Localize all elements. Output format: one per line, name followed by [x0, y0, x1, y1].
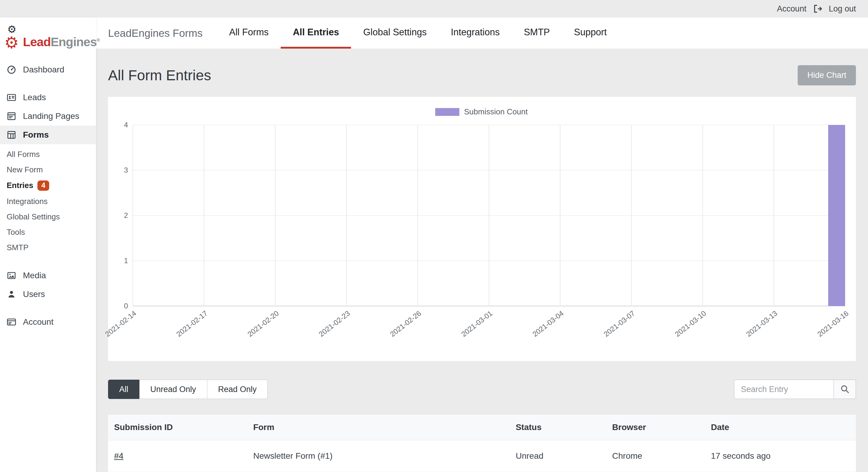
logo-text: LeadEngines®	[23, 36, 100, 51]
submenu-item-label: New Form	[7, 165, 43, 175]
landing-pages-icon	[7, 112, 16, 121]
x-tick-label: 2021-03-16	[816, 309, 850, 339]
submenu-item-entries[interactable]: Entries4	[0, 178, 96, 194]
filter-unread-only-button[interactable]: Unread Only	[140, 380, 207, 399]
main-area: LeadEngines Forms All FormsAll EntriesGl…	[96, 18, 868, 472]
filter-row: AllUnread OnlyRead Only	[108, 380, 856, 399]
submenu-item-label: SMTP	[7, 243, 28, 252]
filter-all-button[interactable]: All	[108, 380, 140, 399]
column-header-form: Form	[247, 415, 510, 440]
sidebar-item-forms[interactable]: Forms	[0, 126, 96, 144]
submenu-item-tools[interactable]: Tools	[0, 224, 96, 240]
submenu-item-smtp[interactable]: SMTP	[0, 240, 96, 255]
y-tick-label: 0	[124, 302, 128, 310]
entries-table: Submission IDFormStatusBrowserDate #4New…	[108, 415, 856, 472]
x-tick-label: 2021-03-04	[531, 309, 565, 339]
column-header-status: Status	[510, 415, 606, 440]
submissions-chart-card: Submission Count 012342021-02-142021-02-…	[108, 97, 856, 361]
sidebar-item-label: Forms	[23, 130, 49, 140]
submenu-item-integrations[interactable]: Integrations	[0, 194, 96, 209]
sidebar-item-leads[interactable]: Leads	[0, 88, 96, 107]
sidebar-item-landing-pages[interactable]: Landing Pages	[0, 107, 96, 126]
v-gridline	[132, 125, 133, 306]
legend-label: Submission Count	[464, 107, 528, 117]
submenu-item-all-forms[interactable]: All Forms	[0, 147, 96, 162]
search-icon	[840, 384, 850, 395]
submission-bar	[828, 125, 845, 306]
submenu-item-new-form[interactable]: New Form	[0, 162, 96, 178]
v-gridline	[774, 125, 774, 306]
sidebar: ⚙ ⚙ LeadEngines® DashboardLeadsLanding P…	[0, 18, 96, 472]
sidebar-item-dashboard[interactable]: Dashboard	[0, 60, 96, 79]
y-tick-label: 4	[124, 121, 128, 129]
logout-link[interactable]: Log out	[829, 4, 856, 13]
users-icon	[7, 289, 16, 299]
tab-label: SMTP	[524, 27, 550, 38]
x-tick-label: 2021-03-13	[745, 309, 779, 339]
logout-icon[interactable]	[812, 4, 823, 14]
entry-filter-group: AllUnread OnlyRead Only	[108, 380, 268, 399]
tab-all-entries[interactable]: All Entries	[281, 18, 351, 49]
tab-global-settings[interactable]: Global Settings	[351, 18, 438, 49]
tab-label: Global Settings	[363, 27, 427, 38]
navbar-title: LeadEngines Forms	[108, 27, 203, 39]
v-gridline	[631, 125, 632, 306]
v-gridline	[489, 125, 489, 306]
sidebar-item-label: Media	[23, 271, 46, 280]
y-tick-label: 1	[124, 256, 128, 265]
admin-topbar: Account Log out	[0, 0, 868, 18]
tab-integrations[interactable]: Integrations	[439, 18, 512, 49]
hide-chart-button[interactable]: Hide Chart	[798, 65, 856, 86]
sidebar-item-label: Account	[23, 317, 54, 327]
tab-label: Integrations	[451, 27, 500, 38]
v-gridline	[204, 125, 204, 306]
leadengines-logo: ⚙ ⚙ LeadEngines®	[0, 18, 96, 60]
table-row: #4Newsletter Form (#1)UnreadChrome17 sec…	[108, 440, 856, 472]
tab-smtp[interactable]: SMTP	[512, 18, 562, 49]
sidebar-item-label: Landing Pages	[23, 112, 80, 121]
date-cell: 17 seconds ago	[705, 440, 856, 472]
sidebar-item-account[interactable]: Account	[0, 313, 96, 332]
submenu-item-label: Entries	[7, 181, 33, 190]
sidebar-nav: DashboardLeadsLanding PagesFormsAll Form…	[0, 60, 96, 332]
entries-table-card: Submission IDFormStatusBrowserDate #4New…	[108, 415, 856, 472]
gear-icon: ⚙	[7, 24, 16, 34]
tab-label: All Forms	[229, 27, 269, 38]
dashboard-icon	[7, 65, 16, 74]
x-tick-label: 2021-03-07	[602, 309, 637, 339]
submission-id-cell: #4	[108, 440, 247, 472]
filter-read-only-button[interactable]: Read Only	[207, 380, 268, 399]
submenu-item-label: Integrations	[7, 197, 48, 206]
legend-swatch	[435, 108, 459, 116]
chart-plot-area: 012342021-02-142021-02-172021-02-202021-…	[133, 125, 845, 306]
entries-count-badge: 4	[37, 181, 49, 191]
v-gridline	[702, 125, 703, 306]
account-link[interactable]: Account	[777, 4, 806, 13]
submenu-item-global-settings[interactable]: Global Settings	[0, 209, 96, 224]
entry-search	[734, 380, 856, 399]
x-tick-label: 2021-02-23	[317, 309, 351, 339]
entry-link[interactable]: #4	[114, 451, 123, 461]
tab-label: All Entries	[293, 27, 339, 38]
status-cell: Unread	[510, 440, 606, 472]
submenu-item-label: Global Settings	[7, 212, 60, 222]
x-tick-label: 2021-03-01	[460, 309, 494, 339]
sidebar-item-users[interactable]: Users	[0, 285, 96, 304]
v-gridline	[275, 125, 276, 306]
search-entry-input[interactable]	[734, 380, 834, 399]
tab-all-forms[interactable]: All Forms	[217, 18, 281, 49]
search-button[interactable]	[834, 380, 856, 399]
plugin-navbar: LeadEngines Forms All FormsAll EntriesGl…	[96, 18, 868, 49]
forms-icon	[7, 130, 16, 140]
x-tick-label: 2021-02-26	[389, 309, 423, 339]
x-tick-label: 2021-03-10	[673, 309, 708, 339]
tab-label: Support	[574, 27, 607, 38]
x-tick-label: 2021-02-14	[103, 309, 138, 339]
column-header-date: Date	[705, 415, 856, 440]
submenu-item-label: Tools	[7, 227, 25, 237]
tab-support[interactable]: Support	[562, 18, 619, 49]
sidebar-item-label: Leads	[23, 93, 46, 102]
registered-mark: ®	[97, 37, 100, 42]
sidebar-item-media[interactable]: Media	[0, 266, 96, 285]
y-tick-label: 3	[124, 166, 128, 175]
